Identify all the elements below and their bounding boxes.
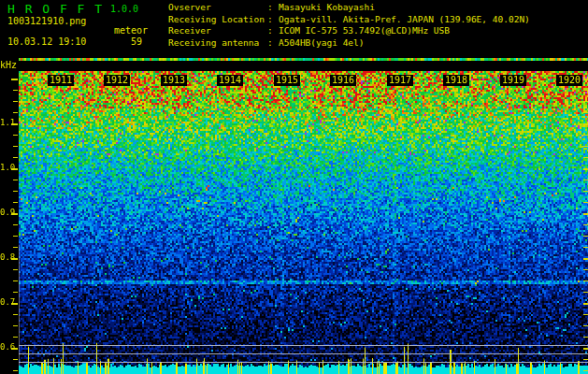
info-label: Ovserver — [168, 2, 267, 14]
station-info: Ovserver:Masayuki KobayashiReceiving Loc… — [168, 2, 530, 50]
time-label-1917: 1917 — [387, 75, 413, 86]
freq-label-1.0: 1.0 — [0, 163, 13, 172]
app-version: 1.0.0 — [110, 4, 138, 14]
freq-label-0.7: 0.7 — [0, 297, 13, 307]
freq-label-1.1: 1.1 — [0, 118, 13, 127]
info-value: Masayuki Kobayashi — [279, 2, 375, 14]
app-title: H R O F F T — [7, 2, 104, 16]
info-colon: : — [267, 25, 279, 37]
info-label: Receiving antenna — [168, 37, 267, 50]
info-label: Receiving Location — [168, 14, 267, 26]
freq-label-0.8: 0.8 — [0, 252, 13, 262]
output-filename: 1003121910.png — [7, 16, 86, 26]
info-colon: : — [267, 2, 279, 14]
info-colon: : — [267, 37, 279, 50]
station-info-row: Ovserver:Masayuki Kobayashi — [168, 2, 530, 14]
time-label-1911: 1911 — [48, 75, 74, 86]
station-info-row: Receiving Location:Ogata-vill. Akita-Pre… — [168, 14, 530, 26]
freq-label-0.9: 0.9 — [0, 208, 13, 217]
time-label-1914: 1914 — [217, 75, 243, 86]
freq-axis-unit: kHz — [0, 60, 17, 70]
time-label-1915: 1915 — [274, 75, 300, 86]
meteor-count: 59 — [131, 36, 142, 47]
time-label-1916: 1916 — [330, 75, 356, 86]
info-value: ICOM IC-575 53.7492(@LCD)MHz USB — [279, 25, 450, 37]
spectrogram-canvas — [0, 58, 588, 374]
time-label-1918: 1918 — [443, 75, 469, 86]
info-colon: : — [267, 14, 279, 26]
hrofft-screen: H R O F F T 1.0.0 1003121910.png meteor … — [0, 0, 588, 374]
time-label-1913: 1913 — [161, 75, 187, 86]
time-label-1912: 1912 — [104, 75, 130, 86]
info-value: A504HB(yagi 4el) — [279, 37, 365, 50]
time-label-1920: 1920 — [556, 75, 582, 86]
time-label-1919: 1919 — [500, 75, 526, 86]
mode-label: meteor — [114, 25, 148, 36]
observation-datetime: 10.03.12 19:10 — [7, 36, 86, 47]
freq-label-0.6: 0.6 — [0, 342, 13, 352]
station-info-row: Receiver:ICOM IC-575 53.7492(@LCD)MHz US… — [168, 25, 530, 37]
info-value: Ogata-vill. Akita-Pref. JAPAN (139.96E, … — [279, 14, 530, 26]
station-info-row: Receiving antenna:A504HB(yagi 4el) — [168, 37, 530, 50]
info-label: Receiver — [168, 25, 267, 37]
